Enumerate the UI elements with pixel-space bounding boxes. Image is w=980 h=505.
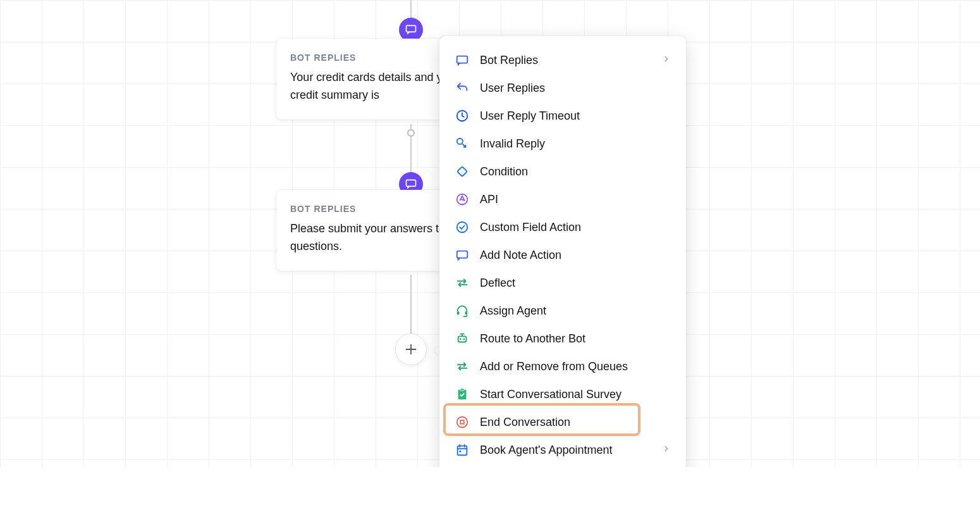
reply-icon <box>455 80 470 96</box>
chat-bubble-icon <box>405 178 417 190</box>
menu-item-label: Route to Another Bot <box>480 332 671 346</box>
menu-item-end-conversation[interactable]: End Conversation <box>439 408 686 436</box>
menu-item-custom-field-action[interactable]: Custom Field Action <box>439 213 686 241</box>
menu-item-label: Assign Agent <box>480 304 671 318</box>
menu-item-label: Book Agent's Appointment <box>480 444 652 457</box>
arrows-icon <box>455 275 470 290</box>
menu-item-condition[interactable]: Condition <box>439 158 686 185</box>
menu-item-label: Invalid Reply <box>480 137 671 151</box>
invalid-icon <box>455 136 470 151</box>
menu-item-label: Deflect <box>480 277 671 290</box>
svg-rect-0 <box>407 25 416 32</box>
headset-icon <box>455 303 470 318</box>
menu-item-api[interactable]: API <box>439 185 686 213</box>
menu-item-label: End Conversation <box>480 416 671 429</box>
node-action-menu: Bot RepliesUser RepliesUser Reply Timeou… <box>439 36 686 474</box>
menu-item-deflect[interactable]: Deflect <box>439 269 686 297</box>
menu-item-add-note-action[interactable]: Add Note Action <box>439 241 686 269</box>
menu-item-start-conversational-survey[interactable]: Start Conversational Survey <box>439 380 686 408</box>
connector-dot <box>407 129 415 137</box>
menu-item-label: Condition <box>480 165 671 178</box>
menu-item-add-or-remove-from-queues[interactable]: Add or Remove from Queues <box>439 352 686 380</box>
robot-icon <box>455 331 470 346</box>
add-node-button[interactable] <box>395 334 427 365</box>
menu-item-label: Bot Replies <box>480 54 652 67</box>
menu-item-label: API <box>480 193 671 206</box>
stop-icon <box>455 415 470 430</box>
menu-item-label: Custom Field Action <box>480 221 671 234</box>
menu-item-user-reply-timeout[interactable]: User Reply Timeout <box>439 102 686 130</box>
menu-item-bot-replies[interactable]: Bot Replies <box>439 46 686 74</box>
menu-item-label: User Replies <box>480 82 671 95</box>
menu-pointer <box>434 346 439 356</box>
menu-item-invalid-reply[interactable]: Invalid Reply <box>439 130 686 158</box>
menu-item-assign-agent[interactable]: Assign Agent <box>439 297 686 325</box>
plus-icon <box>404 342 418 356</box>
check-circle-icon <box>455 220 470 235</box>
chevron-right-icon <box>662 54 671 66</box>
arrows-icon <box>455 359 470 374</box>
chevron-right-icon <box>662 444 671 456</box>
svg-rect-1 <box>407 180 416 186</box>
menu-item-label: Start Conversational Survey <box>480 388 671 401</box>
menu-item-label: User Reply Timeout <box>480 109 671 123</box>
calendar-icon <box>455 442 470 458</box>
clipboard-icon <box>455 387 470 402</box>
chat-icon <box>455 53 470 68</box>
menu-item-book-agent-s-appointment[interactable]: Book Agent's Appointment <box>439 436 686 464</box>
menu-item-user-replies[interactable]: User Replies <box>439 74 686 102</box>
chat-bubble-icon <box>405 23 417 36</box>
bottom-bar <box>0 467 980 505</box>
clock-icon <box>455 108 470 123</box>
api-icon <box>455 192 470 207</box>
flow-canvas[interactable]: BOT REPLIES Your credit cards details an… <box>0 0 980 505</box>
diamond-icon <box>455 164 470 179</box>
note-icon <box>455 247 470 263</box>
menu-item-route-to-another-bot[interactable]: Route to Another Bot <box>439 325 686 352</box>
menu-item-label: Add Note Action <box>480 249 671 262</box>
menu-item-label: Add or Remove from Queues <box>480 360 671 373</box>
connector-line <box>410 275 412 341</box>
